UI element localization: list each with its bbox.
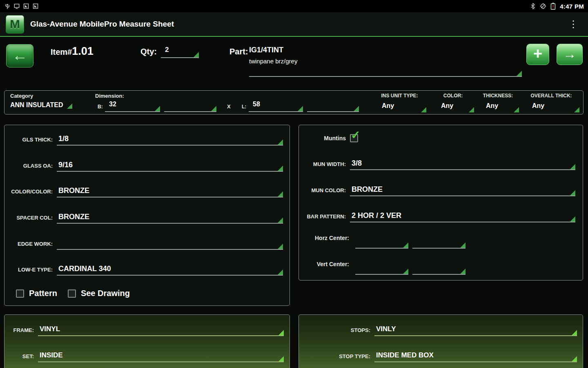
back-button[interactable]: ← <box>6 44 33 67</box>
part-spinner[interactable] <box>249 65 522 77</box>
thickness-dropdown[interactable]: THICKNESS: Any <box>476 93 520 112</box>
mun-width-value: 3/8 <box>352 159 362 167</box>
app-logo: M <box>6 15 24 34</box>
glass-oa-input[interactable]: 9/16 <box>57 161 283 172</box>
edge-work-input[interactable] <box>57 239 283 250</box>
gls-thick-value: 1/8 <box>58 135 69 143</box>
spinner-triangle-icon <box>517 71 522 76</box>
horz-center-input-2[interactable] <box>412 237 466 249</box>
stops-value: VINLY <box>376 325 396 333</box>
qty-value: 2 <box>161 46 169 54</box>
spinner-triangle-icon <box>278 139 283 145</box>
spacer-col-input[interactable]: BRONZE <box>57 213 283 224</box>
spacer-col-label: SPACER COL: <box>4 215 57 224</box>
field-row: STOPS: VINLY <box>299 320 577 336</box>
app-title: Glas-Avenue MobilePro Measure Sheet <box>30 20 174 29</box>
field-row: COLOR/COLOR: BRONZE <box>4 181 283 197</box>
category-label: Category <box>10 93 33 99</box>
low-e-type-input[interactable]: CARDINAL 340 <box>57 265 283 276</box>
field-row: MUN COLOR: BRONZE <box>299 180 575 196</box>
clock-time: 4:47 PM <box>560 3 584 10</box>
color-color-input[interactable]: BRONZE <box>57 186 283 197</box>
bluetooth-icon <box>530 3 536 9</box>
app-bar: M Glas-Avenue MobilePro Measure Sheet ⋮ <box>0 12 588 37</box>
bar-pattern-input[interactable]: 2 HOR / 2 VER <box>350 211 575 222</box>
item-value: 1.01 <box>72 45 94 58</box>
field-row: SPACER COL: BRONZE <box>4 207 283 224</box>
screenshot-icon <box>32 3 39 9</box>
spinner-triangle-icon <box>403 242 408 248</box>
see-drawing-label: See Drawing <box>81 289 130 298</box>
color-color-value: BRONZE <box>58 186 89 195</box>
bar-pattern-label: BAR PATTERN: <box>299 213 350 222</box>
spinner-triangle-icon <box>278 191 283 197</box>
gls-thick-input[interactable]: 1/8 <box>57 135 283 146</box>
spinner-triangle-icon <box>278 330 284 335</box>
stop-type-value: INSIDE MED BOX <box>376 351 434 359</box>
vert-center-input-2[interactable] <box>412 263 466 275</box>
length-input[interactable]: 58 <box>249 101 303 112</box>
dropdown-triangle-icon <box>421 107 426 112</box>
add-item-button[interactable]: + <box>526 44 549 65</box>
low-e-type-value: CARDINAL 340 <box>58 265 111 273</box>
horz-center-label: Horz Center: <box>299 235 349 241</box>
muntins-panel: Muntins ✓ MUN WIDTH: 3/8 MUN COLOR: BRON… <box>298 125 583 280</box>
spacer-col-value: BRONZE <box>58 213 89 221</box>
part-value: IG1/4TINT twinpane brz/grey <box>249 46 297 65</box>
glass-oa-value: 9/16 <box>58 161 73 169</box>
category-value: ANN INSULATED <box>10 101 63 109</box>
mun-width-input[interactable]: 3/8 <box>350 159 575 170</box>
spinner-triangle-icon <box>211 106 216 111</box>
see-drawing-checkbox[interactable] <box>68 289 76 298</box>
field-row: EDGE WORK: <box>4 233 283 250</box>
display-icon <box>13 3 20 9</box>
frame-input[interactable]: VINYL <box>38 325 284 336</box>
pattern-checkbox[interactable] <box>16 289 24 298</box>
mun-width-label: MUN WIDTH: <box>299 161 350 170</box>
length-fraction-input[interactable] <box>307 101 359 112</box>
stop-type-input[interactable]: INSIDE MED BOX <box>374 351 577 362</box>
qty-input[interactable]: 2 <box>161 46 199 58</box>
vert-center-input-1[interactable] <box>355 263 408 275</box>
overflow-menu-icon[interactable]: ⋮ <box>564 18 582 31</box>
mun-color-input[interactable]: BRONZE <box>350 185 575 196</box>
color-dropdown[interactable]: COLOR: Any <box>431 93 475 112</box>
overall-thick-value: Any <box>522 102 544 110</box>
field-row: FRAME: VINYL <box>4 320 284 336</box>
edge-work-label: EDGE WORK: <box>4 241 57 250</box>
vert-center-label: Vert Center: <box>299 261 349 267</box>
stops-input[interactable]: VINLY <box>374 325 577 336</box>
overall-thick-dropdown[interactable]: OVERALL THICK: Any <box>522 93 580 112</box>
glass-oa-label: GLASS OA: <box>4 163 57 172</box>
spinner-triangle-icon <box>194 52 199 57</box>
dropdown-triangle-icon <box>469 107 474 112</box>
thickness-label: THICKNESS: <box>476 93 520 99</box>
l-value: 58 <box>253 101 260 108</box>
part-description: twinpane brz/grey <box>249 58 297 65</box>
plus-icon: + <box>533 46 542 61</box>
dropdown-triangle-icon <box>514 107 519 112</box>
width-input[interactable]: 32 <box>105 101 160 112</box>
set-input[interactable]: INSIDE <box>38 351 284 362</box>
frame-value: VINYL <box>40 325 60 333</box>
dropdown-triangle-icon <box>574 107 579 112</box>
back-arrow-icon: ← <box>12 47 28 63</box>
field-row: BAR PATTERN: 2 HOR / 2 VER <box>299 206 575 222</box>
muntins-row: Muntins ✓ <box>299 134 358 142</box>
usb-icon <box>4 3 11 9</box>
set-label: SET: <box>4 353 38 362</box>
mun-color-label: MUN COLOR: <box>299 187 350 196</box>
set-value: INSIDE <box>40 351 63 359</box>
overall-thick-label: OVERALL THICK: <box>522 93 580 99</box>
spinner-triangle-icon <box>278 244 283 249</box>
part-code: IG1/4TINT <box>249 46 297 54</box>
width-fraction-input[interactable] <box>164 101 216 112</box>
check-icon: ✓ <box>351 130 360 141</box>
horz-center-input-1[interactable] <box>355 237 408 249</box>
pattern-row: Pattern See Drawing <box>16 289 130 298</box>
next-item-button[interactable]: → <box>557 44 583 65</box>
muntins-checkbox[interactable]: ✓ <box>350 134 358 142</box>
category-dropdown[interactable]: ANN INSULATED <box>10 101 72 109</box>
ins-unit-type-dropdown[interactable]: INS UNIT TYPE: Any <box>372 93 427 112</box>
l-label: L: <box>242 104 246 110</box>
